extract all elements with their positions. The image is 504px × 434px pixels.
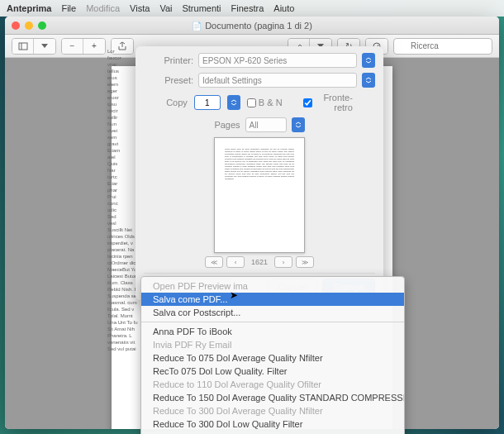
- pages-select-arrows[interactable]: [292, 117, 305, 132]
- close-button[interactable]: [12, 21, 20, 30]
- pdf-menu-item[interactable]: RecTo 075 Dol Low Quality. Filter: [141, 365, 404, 378]
- search-field[interactable]: [393, 38, 492, 55]
- pdf-dropdown-menu: Open PDF Preview imaSalva come PDF...Sal…: [140, 276, 405, 434]
- first-page-button[interactable]: ≪: [205, 256, 223, 268]
- printer-select-arrows[interactable]: [362, 53, 375, 68]
- print-preview-thumbnail: Lorem ipsum dolor sit amet consectetur a…: [214, 137, 305, 253]
- menu-file[interactable]: File: [61, 3, 76, 13]
- pages-select[interactable]: All: [245, 117, 287, 132]
- next-page-button[interactable]: ›: [274, 256, 292, 268]
- pdf-menu-item[interactable]: Reduce To 300 Dol Average Quality Nfilte…: [141, 404, 404, 417]
- pdf-menu-item[interactable]: Salva cor Postscript...: [141, 306, 404, 319]
- pages-label: Pages: [214, 120, 240, 130]
- view-mode-button[interactable]: [34, 39, 55, 54]
- menu-go[interactable]: Vai: [159, 3, 172, 13]
- printer-select[interactable]: EPSON XP-620 Series: [198, 53, 357, 68]
- zoom-in-button[interactable]: +: [83, 39, 105, 54]
- share-button[interactable]: [112, 39, 133, 54]
- pdf-menu-item[interactable]: Invia PDF Ry Email: [141, 338, 404, 351]
- copies-label: Copy: [166, 98, 188, 107]
- pdf-menu-item[interactable]: Open PDF Preview ima: [141, 279, 404, 293]
- sidebar-toggle-button[interactable]: [12, 39, 34, 54]
- preset-label: Preset:: [144, 75, 193, 85]
- window-titlebar: Documento (pagina 1 di 2): [5, 17, 499, 35]
- menu-window[interactable]: Finestra: [231, 3, 264, 13]
- window-title: Documento (pagina 1 di 2): [5, 21, 499, 31]
- svg-rect-0: [19, 43, 27, 50]
- page-indicator: 1621: [248, 258, 271, 266]
- zoom-out-button[interactable]: −: [62, 39, 83, 54]
- zoom-button[interactable]: [38, 21, 46, 30]
- preset-select[interactable]: Idefault Settings: [198, 73, 357, 88]
- pdf-menu-item[interactable]: Reduce to 110 Dol Average Quality Ofilte…: [141, 378, 404, 391]
- pdf-menu-item[interactable]: Reduce To 300 Dol Low Quality Filter: [141, 417, 404, 431]
- menu-tools[interactable]: Strumenti: [182, 3, 221, 13]
- pdf-menu-item[interactable]: Anna PDF To iBook: [141, 325, 404, 338]
- system-menubar: Anteprima File Modifica Vista Vai Strume…: [0, 0, 504, 17]
- pdf-menu-item[interactable]: Reduce To 150 Dol Average Quality STANDA…: [141, 391, 404, 404]
- menu-help[interactable]: Aiuto: [273, 3, 294, 13]
- duplex-checkbox[interactable]: Fronte-retro: [303, 93, 353, 112]
- menu-edit[interactable]: Modifica: [86, 3, 120, 13]
- preset-select-arrows[interactable]: [362, 73, 375, 88]
- pdf-menu-item[interactable]: Reduce To 075 Dol Average Quality Nfilte…: [141, 351, 404, 365]
- copies-input[interactable]: [194, 95, 221, 110]
- last-page-button[interactable]: ≫: [296, 256, 314, 268]
- minimize-button[interactable]: [25, 21, 33, 30]
- app-menu[interactable]: Anteprima: [7, 3, 51, 13]
- printer-label: Printer:: [144, 55, 193, 65]
- pdf-menu-item[interactable]: Reduce To 600 Dol Average Quality Ofilte…: [141, 431, 404, 434]
- menu-view[interactable]: Vista: [130, 3, 150, 13]
- print-dialog: Printer: EPSON XP-620 Series Preset: Ide…: [136, 46, 383, 300]
- prev-page-button[interactable]: ‹: [226, 256, 245, 268]
- pdf-menu-item[interactable]: Salva come PDF...: [141, 293, 404, 306]
- copies-stepper[interactable]: [227, 95, 240, 110]
- bw-checkbox[interactable]: B & N: [247, 98, 297, 107]
